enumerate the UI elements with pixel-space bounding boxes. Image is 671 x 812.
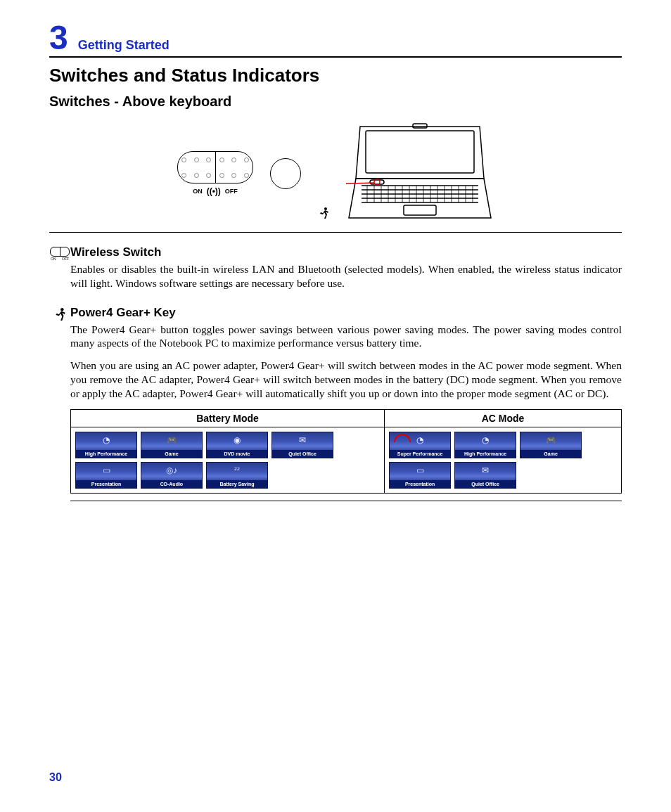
power4-p2: When you are using an AC power adapter, …	[70, 359, 622, 400]
table-bottom-rule	[70, 501, 622, 501]
mode-table: Battery Mode AC Mode ◔High Performance 🎮…	[70, 409, 622, 494]
tile-high-performance-ac: ◔High Performance	[454, 432, 516, 458]
switch-closeup: ON ((•)) OFF	[177, 151, 253, 196]
svg-point-0	[324, 207, 327, 210]
tile-high-performance: ◔High Performance	[75, 432, 137, 458]
chapter-number: 3	[49, 21, 68, 55]
power4-icon	[49, 307, 70, 321]
svg-rect-2	[413, 124, 427, 128]
laptop-diagram	[346, 121, 494, 226]
separator	[49, 232, 622, 233]
ac-tiles: ◔Super Performance ◔High Performance 🎮Ga…	[389, 432, 617, 489]
subsection-title: Switches - Above keyboard	[49, 94, 622, 110]
wireless-title: Wireless Switch	[70, 245, 622, 259]
power4-p1: The Power4 Gear+ button toggles power sa…	[70, 323, 622, 351]
tile-super-performance: ◔Super Performance	[389, 432, 451, 458]
runner-icon	[318, 207, 329, 222]
svg-rect-1	[366, 131, 474, 173]
section-title: Switches and Status Indicators	[49, 65, 622, 86]
page-number: 30	[49, 771, 62, 784]
power4-title: Power4 Gear+ Key	[70, 306, 622, 320]
svg-rect-24	[404, 205, 436, 215]
svg-rect-25	[370, 180, 384, 184]
tile-presentation: ▭Presentation	[75, 462, 137, 489]
tile-game: 🎮Game	[141, 432, 203, 458]
battery-tiles: ◔High Performance 🎮Game ◉DVD movie ✉Quie…	[75, 432, 380, 489]
switch-body	[177, 151, 253, 183]
power4-button-diagram	[270, 158, 301, 189]
tile-cd-audio: ◎♪CD-Audio	[141, 462, 203, 489]
tile-dvd-movie: ◉DVD movie	[206, 432, 268, 458]
svg-point-28	[60, 308, 63, 311]
wireless-switch-icon: ONOFF	[49, 247, 70, 261]
switch-off-label: OFF	[225, 188, 238, 195]
switch-on-label: ON	[193, 188, 203, 195]
tile-presentation-ac: ▭Presentation	[389, 462, 451, 489]
chapter-header: 3 Getting Started	[49, 21, 622, 58]
battery-mode-header: Battery Mode	[71, 409, 385, 427]
tile-quiet-office-ac: ✉Quiet Office	[454, 462, 516, 489]
chapter-title: Getting Started	[78, 38, 170, 53]
switch-diagram-row: ON ((•)) OFF	[49, 121, 622, 226]
tile-battery-saving: ᶻᶻBattery Saving	[206, 462, 268, 489]
tile-game-ac: 🎮Game	[520, 432, 582, 458]
ac-mode-header: AC Mode	[385, 409, 622, 427]
tile-quiet-office: ✉Quiet Office	[271, 432, 333, 458]
wireless-body: Enables or disables the built-in wireles…	[70, 262, 622, 290]
wifi-icon: ((•))	[207, 186, 221, 196]
